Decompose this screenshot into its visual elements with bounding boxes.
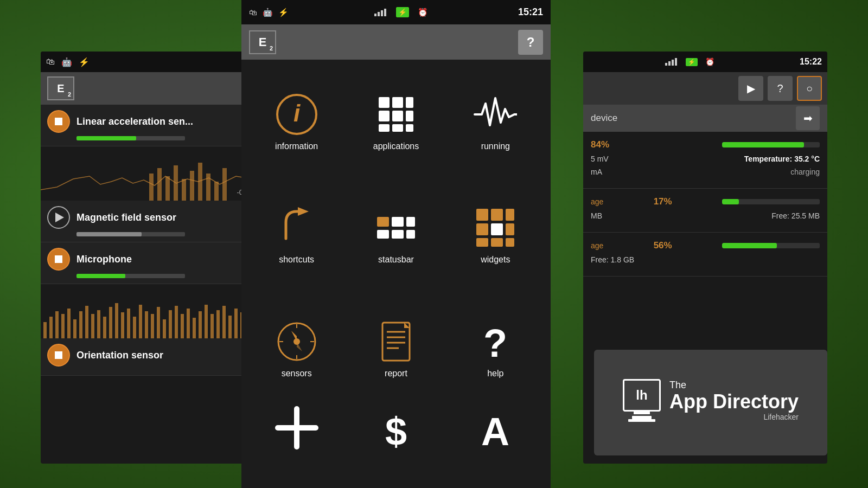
menu-label-statusbar: statusbar — [378, 255, 414, 265]
menu-item-plus[interactable] — [247, 406, 346, 450]
svg-rect-19 — [97, 310, 100, 338]
directory-label: Directory — [713, 390, 799, 413]
menu-item-letter-a[interactable]: A — [446, 406, 545, 450]
lh-logo-container: lh — [623, 379, 661, 422]
svg-rect-1 — [157, 168, 162, 201]
storage2-free-label: Free: 1.8 GB — [591, 255, 634, 264]
shortcuts-icon — [275, 206, 318, 249]
svg-rect-10 — [43, 322, 47, 338]
menu-label-information: information — [275, 142, 318, 151]
sensor-bar-magnetic — [76, 232, 185, 236]
battery-percent: 84% — [591, 139, 609, 150]
svg-rect-70 — [506, 209, 514, 221]
mid-e2-logo[interactable]: E2 — [249, 30, 276, 54]
svg-rect-66 — [392, 230, 404, 239]
svg-text:?: ? — [483, 322, 507, 363]
storage1-percent: 17% — [654, 196, 672, 207]
play-icon-magnetic — [55, 213, 64, 222]
svg-text:$: $ — [385, 410, 407, 450]
svg-rect-14 — [67, 309, 71, 338]
mid-help-button[interactable]: ? — [518, 30, 543, 55]
svg-rect-17 — [85, 306, 88, 338]
widgets-icon — [474, 206, 517, 249]
svg-rect-57 — [406, 111, 413, 121]
menu-label-report: report — [385, 369, 407, 378]
stop-button-linear[interactable] — [47, 110, 70, 133]
svg-rect-63 — [392, 217, 404, 227]
stop-button-mic[interactable] — [47, 248, 70, 271]
storage1-free-label: Free: 25.5 MB — [771, 211, 820, 220]
svg-rect-33 — [181, 314, 184, 338]
svg-rect-36 — [199, 311, 202, 338]
menu-item-widgets[interactable]: widgets — [446, 179, 545, 293]
svg-rect-72 — [491, 223, 503, 235]
storage2-age-label: age — [591, 241, 603, 250]
svg-rect-24 — [127, 309, 130, 338]
svg-rect-65 — [377, 230, 389, 239]
stop-button-orientation[interactable] — [47, 344, 70, 367]
charging-label: charging — [790, 168, 820, 176]
menu-item-shortcuts[interactable]: shortcuts — [247, 179, 346, 293]
right-toolbar: ▶ ? ○ — [583, 72, 827, 105]
e2-logo[interactable]: E2 — [47, 76, 74, 100]
robot-icon: 🤖 — [61, 57, 72, 67]
svg-rect-25 — [133, 317, 136, 338]
play-toolbar-button[interactable]: ▶ — [738, 76, 763, 101]
svg-rect-71 — [476, 223, 488, 235]
svg-rect-12 — [55, 311, 59, 338]
mid-robot-icon: 🤖 — [263, 8, 273, 17]
battery-ma-label: mA — [591, 168, 602, 176]
signal-bars — [374, 9, 386, 16]
menu-item-dollar[interactable]: $ — [346, 406, 445, 450]
menu-label-widgets: widgets — [481, 255, 510, 265]
right-alarm-icon: ⏰ — [705, 57, 714, 66]
circle-toolbar-button[interactable]: ○ — [797, 76, 822, 101]
right-signal-bars — [665, 58, 677, 66]
storage1-mb-row: MB Free: 25.5 MB — [591, 211, 820, 220]
r-signal-bar-4 — [675, 58, 677, 66]
menu-item-information[interactable]: i information — [247, 65, 346, 179]
svg-rect-59 — [392, 124, 403, 132]
svg-rect-18 — [91, 314, 94, 338]
help-toolbar-button[interactable]: ? — [768, 76, 793, 101]
sensors-icon — [275, 320, 318, 363]
battery-mv-label: 5 mV — [591, 155, 609, 163]
app-directory-badge: lh The App Directory Lifehacker — [594, 350, 827, 455]
r-signal-bar-1 — [665, 63, 667, 66]
svg-rect-2 — [165, 176, 170, 201]
dollar-icon: $ — [374, 406, 418, 450]
sensor-bar-fill-mic — [76, 274, 125, 278]
sensor-name-magnetic: Magnetic field sensor — [76, 212, 176, 223]
svg-rect-83 — [382, 323, 410, 361]
svg-rect-64 — [406, 217, 415, 227]
menu-item-statusbar[interactable]: statusbar — [346, 179, 445, 293]
svg-rect-34 — [187, 309, 190, 338]
menu-item-help[interactable]: ? help — [446, 292, 545, 406]
mid-usb-icon: ⚡ — [278, 8, 289, 17]
menu-grid: i information application — [241, 60, 551, 488]
svg-rect-23 — [121, 312, 124, 338]
app-dir-text: The App Directory Lifehacker — [669, 380, 799, 421]
menu-item-running[interactable]: running — [446, 65, 545, 179]
menu-item-applications[interactable]: applications — [346, 65, 445, 179]
play-button-magnetic[interactable] — [47, 206, 70, 229]
svg-rect-67 — [406, 230, 415, 239]
svg-rect-53 — [392, 97, 403, 108]
device-bar: device ➡ — [583, 105, 827, 132]
svg-rect-8 — [214, 182, 219, 201]
device-arrow-button[interactable]: ➡ — [796, 106, 820, 130]
svg-rect-37 — [205, 305, 208, 338]
letter-a-icon: A — [474, 406, 517, 450]
svg-rect-16 — [79, 311, 82, 338]
stop-icon — [55, 118, 62, 125]
mid-status-bar: 🛍 🤖 ⚡ ⚡ ⏰ 15:21 — [241, 0, 551, 24]
menu-item-sensors[interactable]: sensors — [247, 292, 346, 406]
menu-item-report[interactable]: report — [346, 292, 445, 406]
battery-mv-row: 5 mV Temperature: 35.2 °C — [591, 155, 820, 163]
svg-text:A: A — [481, 410, 509, 450]
svg-rect-3 — [174, 165, 178, 201]
svg-rect-7 — [206, 174, 210, 201]
svg-rect-40 — [222, 306, 226, 338]
svg-rect-54 — [406, 97, 413, 108]
storage1-bar — [722, 199, 820, 204]
